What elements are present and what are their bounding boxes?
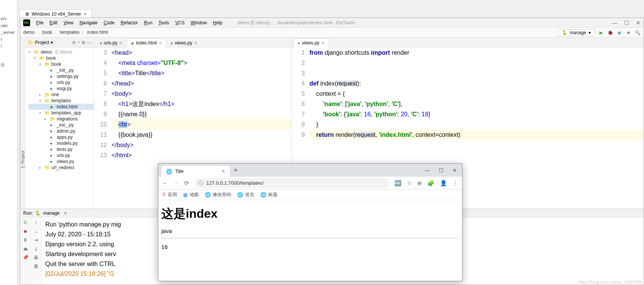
minimize-icon[interactable]: —	[612, 20, 617, 26]
address-bar[interactable]: ⓘ 127.0.0.1:7000/templates/	[194, 178, 389, 188]
close-icon[interactable]: ✕	[83, 11, 87, 17]
browser-window: 🌐 Title ✕ + — ☐ ✕ ← → ⟳ ⓘ 127.0.0.1:7000…	[158, 163, 462, 281]
editor-tab[interactable]: ●views.py✕	[166, 38, 202, 48]
tree-node[interactable]: ●models.py	[29, 140, 94, 146]
install-icon[interactable]: ⊕	[417, 180, 422, 187]
reload-icon[interactable]: ⟳	[184, 180, 189, 187]
tree-node[interactable]: ▾📁demoE:\demo	[29, 49, 94, 55]
tree-node[interactable]: ▾📁templates_app	[29, 110, 94, 116]
run-icon[interactable]: ▶	[598, 30, 604, 36]
menu-help[interactable]: Help	[210, 19, 226, 26]
folder-icon: 📁	[28, 40, 33, 45]
tree-node[interactable]: ▾📁book	[29, 55, 94, 61]
close-icon[interactable]: ✕	[453, 168, 457, 173]
python-icon: 🐍	[562, 30, 567, 35]
menu-view[interactable]: View	[61, 19, 77, 26]
down-icon[interactable]: ↓	[35, 228, 37, 234]
tree-node[interactable]: ▸📁migrations	[29, 116, 94, 122]
breadcrumb[interactable]: demo〉book〉templates〉index.html	[23, 29, 108, 36]
pause-icon[interactable]: ⏸	[23, 237, 28, 243]
editor-tab[interactable]: ◆index.html✕	[127, 38, 166, 48]
tree-node[interactable]: ●_init_.py	[29, 67, 94, 73]
bookmark-item[interactable]: ⠿应用	[162, 192, 177, 198]
new-tab-button[interactable]: +	[234, 166, 238, 174]
tree-node[interactable]: ●_init_.py	[29, 122, 94, 128]
chevron-down-icon: ▾	[588, 30, 591, 35]
stop-icon[interactable]: ■	[24, 228, 27, 234]
breadcrumb-item[interactable]: book	[42, 30, 52, 35]
collapse-icon[interactable]: ⊕	[72, 40, 76, 45]
up-icon[interactable]: ↑	[35, 220, 37, 225]
tree-node[interactable]: ●views.py	[29, 158, 94, 165]
page-content: 这是index java 16	[158, 200, 462, 281]
divide-icon[interactable]: ÷	[77, 40, 80, 45]
trash-icon[interactable]: 🗑	[33, 263, 38, 269]
forward-icon[interactable]: →	[173, 180, 179, 186]
tree-node[interactable]: ▸📁one	[29, 92, 94, 98]
pin-icon[interactable]: 📌	[22, 255, 29, 260]
os-left-sidebar: erv uan _server t i 位	[0, 0, 18, 285]
rerun-icon[interactable]: ↻	[23, 220, 27, 225]
page-heading: 这是index	[161, 206, 459, 222]
run-config-dropdown[interactable]: 🐍 manage ▾	[558, 29, 595, 36]
breadcrumb-item[interactable]: templates	[60, 30, 80, 35]
search-icon[interactable]: 🔍	[634, 30, 641, 36]
breadcrumb-item[interactable]: demo	[23, 30, 35, 35]
minimize-icon[interactable]: —	[425, 168, 430, 173]
scroll-icon[interactable]: ⤓	[34, 246, 38, 252]
bookmark-item[interactable]: ▦地图	[183, 192, 199, 198]
breadcrumb-item[interactable]: index.html	[87, 30, 108, 35]
back-icon[interactable]: ←	[162, 180, 168, 186]
menu-run[interactable]: Run	[141, 19, 155, 26]
tree-node[interactable]: ●settings.py	[29, 73, 94, 79]
menu-window[interactable]: Window	[188, 19, 210, 26]
menu-refactor[interactable]: Refactor	[118, 19, 141, 26]
wrap-icon[interactable]: ⇥	[34, 237, 38, 243]
gear-icon[interactable]: ✿	[81, 40, 85, 45]
menu-vcs[interactable]: VCS	[172, 19, 188, 26]
translate-icon[interactable]: 🔤	[394, 180, 402, 187]
editor-tab[interactable]: ●urls.py✕	[96, 38, 127, 48]
extensions-icon[interactable]: 🧩	[427, 180, 435, 187]
browser-tab-title: Title	[175, 169, 183, 174]
menu-code[interactable]: Code	[100, 19, 118, 26]
exit-icon[interactable]: ⏏	[23, 246, 28, 252]
browser-tab[interactable]: 🌐 Title ✕	[161, 166, 230, 177]
pycharm-icon: PC	[23, 19, 30, 26]
print-icon[interactable]: 🖶	[33, 255, 38, 260]
close-icon[interactable]: ✕	[636, 20, 641, 26]
run-with-coverage-icon[interactable]: ◉	[616, 30, 622, 36]
menu-navigate[interactable]: Navigate	[77, 19, 100, 26]
run-config-name: manage	[43, 211, 59, 216]
bookmark-item[interactable]: 🌐修改密码	[205, 192, 231, 198]
debug-icon[interactable]: 🐞	[607, 30, 613, 36]
tree-node[interactable]: ●admin.py	[29, 128, 94, 134]
maximize-icon[interactable]: ☐	[439, 168, 443, 173]
menu-tools[interactable]: Tools	[155, 19, 172, 26]
profile-icon[interactable]: 👤	[440, 180, 447, 187]
tree-node[interactable]: ▾📁book	[29, 61, 94, 67]
stop-icon[interactable]: ■	[625, 30, 631, 36]
bookmark-item[interactable]: 🌐标题	[260, 192, 277, 198]
tree-node[interactable]: ●urls.py	[29, 152, 94, 158]
tree-node[interactable]: ◆index.html	[29, 104, 94, 110]
menu-file[interactable]: File	[33, 19, 46, 26]
tree-node[interactable]: ●wsgi.py	[29, 86, 94, 92]
tree-node[interactable]: ▾📁templates	[29, 98, 94, 104]
bookmark-item[interactable]: 🌐首页	[237, 192, 254, 198]
maximize-icon[interactable]: ☐	[624, 20, 629, 26]
info-icon[interactable]: ⓘ	[198, 180, 203, 187]
page-text-1: java	[161, 228, 459, 234]
star-icon[interactable]: ☆	[407, 180, 412, 187]
tree-node[interactable]: ●urls.py	[29, 79, 94, 86]
tree-node[interactable]: ●tests.py	[29, 146, 94, 152]
close-icon[interactable]: ✕	[64, 211, 67, 216]
tree-node[interactable]: ▸📁url_redirect	[29, 165, 94, 171]
tree-node[interactable]: ●apps.py	[29, 134, 94, 140]
chevron-down-icon[interactable]: ▾	[51, 40, 53, 45]
menu-edit[interactable]: Edit	[46, 19, 61, 26]
hide-icon[interactable]: —	[87, 40, 91, 45]
menu-icon[interactable]: ⋮	[453, 180, 458, 187]
close-icon[interactable]: ✕	[222, 169, 225, 174]
editor-tab[interactable]: ●views.py✕	[293, 38, 329, 48]
